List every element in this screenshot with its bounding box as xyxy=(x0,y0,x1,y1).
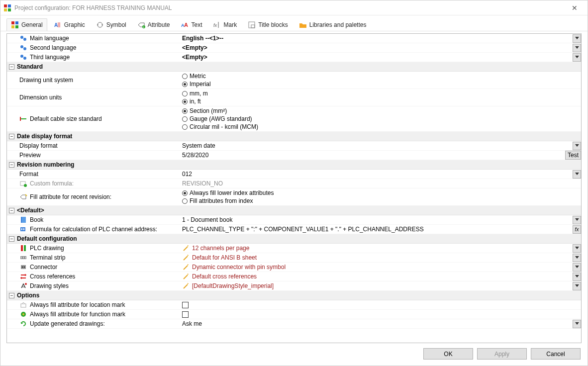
svg-point-44 xyxy=(22,267,23,268)
label-terminal-strip: Terminal strip xyxy=(30,254,65,261)
connector-icon xyxy=(19,263,27,271)
expander-date[interactable]: − xyxy=(9,134,14,139)
dropdown-book[interactable] xyxy=(573,216,581,224)
expander-standard[interactable]: − xyxy=(9,64,14,70)
header-date-format: Date display format xyxy=(17,133,72,140)
svg-point-25 xyxy=(23,47,26,50)
label-fill-function: Always fill attribute for function mark xyxy=(30,311,125,318)
svg-rect-6 xyxy=(11,25,14,28)
checkbox-fill-function[interactable] xyxy=(182,311,189,318)
label-fill-location: Always fill attribute for location mark xyxy=(30,301,125,308)
header-default: <Default> xyxy=(17,207,44,214)
svg-rect-48 xyxy=(21,304,26,307)
cancel-button[interactable]: Cancel xyxy=(531,348,581,360)
titlebar: Project configuration: FOR HARNESS TRAIN… xyxy=(0,0,588,15)
radio-in[interactable]: in, ft xyxy=(182,98,208,105)
radio-fill-lower[interactable]: Always fill lower index attributes xyxy=(182,189,274,196)
tab-label: Libraries and palettes xyxy=(309,21,367,28)
ok-button[interactable]: OK xyxy=(423,348,473,360)
dropdown-plc-drawing[interactable] xyxy=(573,244,581,253)
label-display-format: Display format xyxy=(19,142,58,149)
general-icon xyxy=(11,21,19,29)
radio-circular[interactable]: Circular mil - kcmil (MCM) xyxy=(182,123,258,130)
label-format: Format xyxy=(19,171,38,178)
radio-fill-index[interactable]: Fill attributes from index xyxy=(182,197,274,204)
label-plc-formula: Formula for calculation of PLC channel a… xyxy=(30,226,157,233)
radio-mm[interactable]: mm, m xyxy=(182,90,208,97)
expander-options[interactable]: − xyxy=(9,293,14,298)
content-area: Main language English --<1>-- Second lan… xyxy=(6,33,582,343)
footer-button-bar: OK Apply Cancel xyxy=(0,343,588,366)
dropdown-main-language[interactable] xyxy=(573,34,581,43)
label-dimension-units: Dimension units xyxy=(19,94,62,101)
tab-attribute[interactable]: + Attribute xyxy=(133,18,175,31)
svg-rect-2 xyxy=(4,8,7,11)
apply-button[interactable]: Apply xyxy=(477,348,527,360)
radio-section[interactable]: Section (mm²) xyxy=(182,107,258,114)
function-icon xyxy=(19,310,27,318)
dropdown-drawing-styles[interactable] xyxy=(573,282,581,290)
svg-text:A: A xyxy=(54,22,58,28)
label-preview: Preview xyxy=(19,152,41,159)
svg-rect-36 xyxy=(23,228,24,230)
label-drawing-unit-system: Drawing unit system xyxy=(19,77,73,84)
fx-button[interactable]: fx xyxy=(573,225,581,234)
tab-title-blocks[interactable]: Title blocks xyxy=(243,18,293,31)
svg-rect-4 xyxy=(11,21,14,24)
header-defconf: Default configuration xyxy=(17,235,77,242)
svg-point-31 xyxy=(24,184,27,187)
tab-libraries[interactable]: Libraries and palettes xyxy=(294,18,371,31)
styles-icon xyxy=(19,282,27,290)
attribute-icon xyxy=(19,193,27,201)
radio-gauge[interactable]: Gauge (AWG standard) xyxy=(182,115,258,122)
tab-label: Graphic xyxy=(64,21,85,28)
dropdown-third-language[interactable] xyxy=(573,53,581,62)
tab-graphic[interactable]: A Graphic xyxy=(49,18,90,31)
radio-imperial[interactable]: Imperial xyxy=(182,81,211,88)
tab-general[interactable]: General xyxy=(6,18,47,31)
dropdown-second-language[interactable] xyxy=(573,44,581,52)
header-options: Options xyxy=(17,292,39,299)
checkbox-fill-location[interactable] xyxy=(182,302,189,308)
close-button[interactable]: ✕ xyxy=(565,4,585,12)
dropdown-connector[interactable] xyxy=(573,263,581,272)
tab-text[interactable]: AA Text xyxy=(176,18,206,31)
svg-point-23 xyxy=(23,38,26,41)
header-revision: Revision numbering xyxy=(17,161,74,168)
dropdown-format[interactable] xyxy=(573,170,581,179)
expander-default[interactable]: − xyxy=(9,208,14,213)
value-custom-formula: REVISION_NO xyxy=(182,180,223,187)
svg-rect-5 xyxy=(15,21,18,24)
mark-icon: fx xyxy=(213,21,221,29)
test-button[interactable]: Test xyxy=(565,151,581,160)
svg-point-22 xyxy=(20,36,23,39)
expander-defconf[interactable]: − xyxy=(9,236,14,242)
dropdown-display-format[interactable] xyxy=(573,142,581,150)
tab-label: Attribute xyxy=(148,21,170,28)
label-main-language: Main language xyxy=(30,35,69,42)
label-update-generated: Update generated drawings: xyxy=(30,320,105,327)
svg-rect-37 xyxy=(21,245,23,251)
expander-revision[interactable]: − xyxy=(9,162,14,168)
value-display-format: System date xyxy=(182,142,215,149)
window-title: Project configuration: FOR HARNESS TRAIN… xyxy=(14,4,565,11)
dropdown-cross-references[interactable] xyxy=(573,273,581,281)
value-main-language: English --<1>-- xyxy=(182,35,223,42)
label-cable-standard: Default cable size standard xyxy=(30,115,102,122)
svg-rect-1 xyxy=(8,4,11,7)
value-book: 1 - Document book xyxy=(182,216,232,223)
tab-label: Mark xyxy=(223,21,237,28)
dropdown-update-generated[interactable] xyxy=(573,320,581,328)
language-icon xyxy=(19,53,27,61)
svg-rect-38 xyxy=(24,245,26,251)
property-grid[interactable]: Main language English --<1>-- Second lan… xyxy=(7,34,581,343)
radio-metric[interactable]: Metric xyxy=(182,73,211,80)
title-blocks-icon xyxy=(248,21,256,29)
language-icon xyxy=(19,44,27,52)
dropdown-terminal-strip[interactable] xyxy=(573,254,581,262)
tab-symbol[interactable]: Symbol xyxy=(92,18,131,31)
svg-point-24 xyxy=(20,45,23,48)
tab-mark[interactable]: fx Mark xyxy=(208,18,241,31)
value-update-generated: Ask me xyxy=(182,320,202,327)
header-standard: Standard xyxy=(17,63,43,70)
